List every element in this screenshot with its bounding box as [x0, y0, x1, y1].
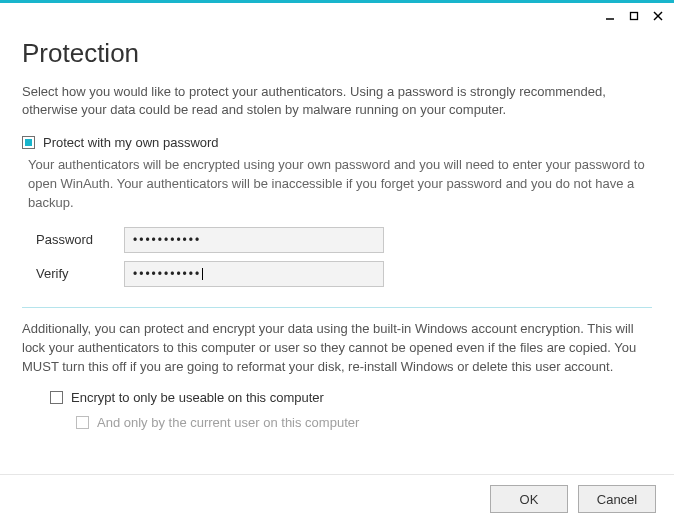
verify-label: Verify: [36, 266, 124, 281]
protect-password-checkbox[interactable]: [22, 136, 35, 149]
protection-dialog: Protection Select how you would like to …: [0, 0, 674, 527]
svg-rect-1: [631, 13, 638, 20]
divider: [22, 307, 652, 308]
encryption-description: Additionally, you can protect and encryp…: [22, 320, 652, 377]
titlebar: [0, 0, 674, 10]
dialog-footer: OK Cancel: [0, 474, 674, 527]
current-user-row: And only by the current user on this com…: [76, 415, 652, 430]
intro-text: Select how you would like to protect you…: [22, 83, 652, 119]
dialog-content: Protection Select how you would like to …: [0, 10, 674, 474]
encrypt-computer-row: Encrypt to only be useable on this compu…: [50, 390, 652, 405]
password-form: Password ••••••••••• Verify •••••••••••: [36, 227, 652, 287]
protect-password-description: Your authenticators will be encrypted us…: [28, 156, 652, 213]
current-user-checkbox: [76, 416, 89, 429]
close-button[interactable]: [650, 9, 666, 23]
password-input[interactable]: •••••••••••: [124, 227, 384, 253]
maximize-button[interactable]: [626, 9, 642, 23]
cancel-button[interactable]: Cancel: [578, 485, 656, 513]
current-user-label: And only by the current user on this com…: [97, 415, 359, 430]
window-controls: [602, 9, 666, 23]
protect-password-label: Protect with my own password: [43, 135, 219, 150]
password-label: Password: [36, 232, 124, 247]
page-title: Protection: [22, 38, 652, 69]
minimize-button[interactable]: [602, 9, 618, 23]
ok-button[interactable]: OK: [490, 485, 568, 513]
protect-password-row: Protect with my own password: [22, 135, 652, 150]
encrypt-computer-label: Encrypt to only be useable on this compu…: [71, 390, 324, 405]
text-cursor: [202, 268, 203, 280]
verify-input[interactable]: •••••••••••: [124, 261, 384, 287]
encrypt-computer-checkbox[interactable]: [50, 391, 63, 404]
